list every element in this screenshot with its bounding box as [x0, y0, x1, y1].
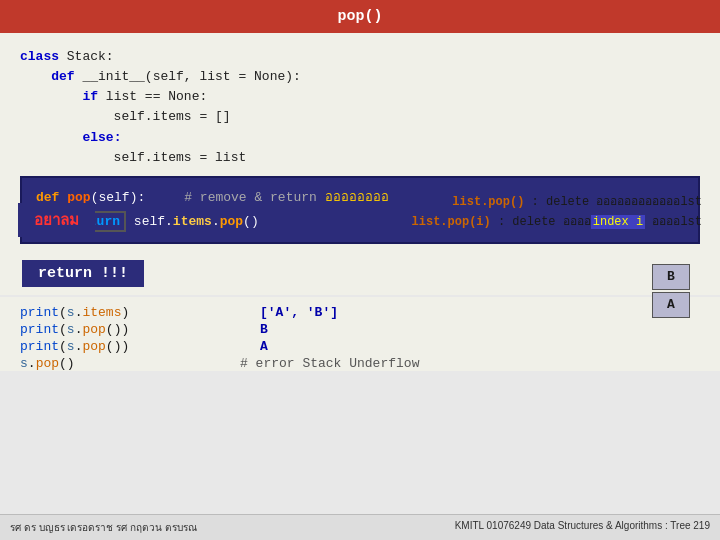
sidenote-1: list.pop() : delete ออออออออออออlst — [452, 191, 702, 210]
example-result-1: B — [260, 322, 268, 337]
example-result-2: A — [260, 339, 268, 354]
warning-return-box: return !!! — [22, 260, 144, 287]
else-line: else: — [20, 128, 700, 148]
footer-left: รศ ดร บญธร เดรอดราช รศ กฤตวน ตรบรณ — [10, 520, 197, 535]
example-row-1: print(s.pop()) B — [20, 322, 700, 337]
example-row-3: s.pop() # error Stack Underflow — [20, 356, 700, 371]
def-init-line: def __init__(self, list = None): — [20, 67, 700, 87]
warning-label-box: อยาลม — [18, 203, 95, 237]
example-code-2: print(s.pop()) — [20, 339, 220, 354]
self-items-empty-line: self.items = [] — [20, 107, 700, 127]
stack-cell-b: B — [652, 264, 690, 290]
example-code-0: print(s.items) — [20, 305, 220, 320]
examples-section: print(s.items) ['A', 'B'] print(s.pop())… — [0, 297, 720, 371]
warning-return-text: return !!! — [38, 265, 128, 282]
stack-cell-a: A — [652, 292, 690, 318]
example-result-0: ['A', 'B'] — [260, 305, 338, 320]
stack-visual: B A — [652, 263, 690, 319]
example-row-0: print(s.items) ['A', 'B'] — [20, 305, 700, 320]
footer-bar: รศ ดร บญธร เดรอดราช รศ กฤตวน ตรบรณ KMITL… — [0, 514, 720, 540]
example-code-3: s.pop() — [20, 356, 220, 371]
sidenote-2: list.pop(i) : delete ออออindex i ออออlst — [412, 211, 702, 230]
title-text: pop() — [337, 8, 382, 25]
if-list-line: if list == None: — [20, 87, 700, 107]
class-line: class Stack: — [20, 47, 700, 67]
example-comment-3: # error Stack Underflow — [240, 356, 419, 371]
footer-right: KMITL 01076249 Data Structures & Algorit… — [455, 520, 710, 535]
warning-row: อยาลม return !!! — [20, 260, 700, 287]
main-content: class Stack: def __init__(self, list = N… — [0, 33, 720, 295]
example-row-2: print(s.pop()) A — [20, 339, 700, 354]
title-bar: pop() — [0, 0, 720, 33]
self-items-list-line: self.items = list — [20, 148, 700, 168]
code-block: class Stack: def __init__(self, list = N… — [20, 47, 700, 168]
warning-label-text: อยาลม — [34, 213, 79, 230]
example-code-1: print(s.pop()) — [20, 322, 220, 337]
